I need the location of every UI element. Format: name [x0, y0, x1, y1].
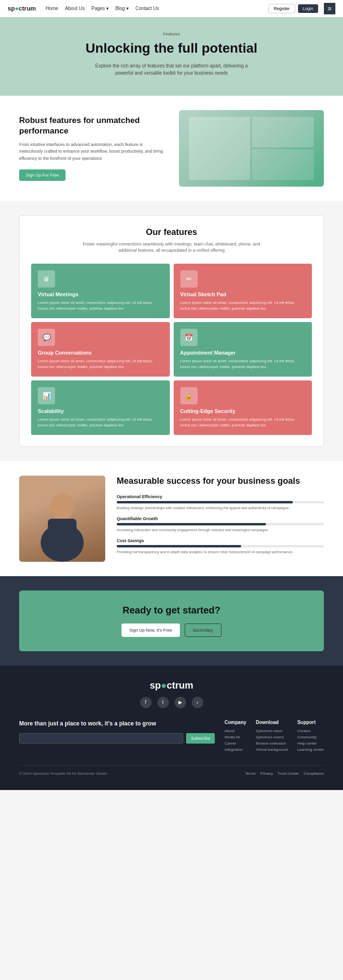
- metric-bar-fill-0: [117, 501, 293, 503]
- feature-desc-0: Lorem ipsum dolor sit amet, consectetur …: [38, 300, 163, 312]
- metric-item-0: Operational Efficiency Building strategi…: [117, 494, 324, 511]
- footer-main: More than just a place to work, it's a p…: [19, 720, 324, 754]
- register-button[interactable]: Register: [268, 4, 295, 13]
- footer-link-1-2[interactable]: Browse extension: [256, 741, 288, 746]
- image-grid: [186, 114, 317, 183]
- hamburger-button[interactable]: ≡: [324, 3, 335, 14]
- feature-name-3: Appointment Manager: [180, 350, 306, 356]
- social-icon-3[interactable]: ♪: [192, 697, 203, 708]
- footer-link-2-2[interactable]: Help center: [297, 741, 324, 746]
- robust-title: Robust features for unmatched performanc…: [19, 115, 165, 136]
- footer-col-heading-2: Support: [297, 720, 324, 725]
- cta-section: Ready to get started? Sign Up Now, It's …: [0, 576, 343, 666]
- footer-link-2-3[interactable]: Learning center: [297, 747, 324, 752]
- feature-card-0: 🖥 Virtual Meetings Lorem ipsum dolor sit…: [31, 264, 170, 318]
- footer-cols: CompanyAboutMedia kitCareerIntegrationDo…: [224, 720, 324, 754]
- cta-buttons: Sign Up Now, It's Free Secondary: [33, 624, 310, 637]
- nav-about[interactable]: About Us: [65, 6, 85, 11]
- metric-bar-bg-1: [117, 523, 324, 525]
- feature-icon-4: 📊: [38, 387, 55, 404]
- footer-tagline: More than just a place to work, it's a p…: [19, 720, 215, 754]
- subscribe-button[interactable]: Subscribe: [186, 733, 215, 744]
- social-icon-1[interactable]: t: [157, 697, 169, 708]
- footer-link-0-1[interactable]: Media kit: [224, 735, 246, 739]
- nav-logo: sp●ctrum: [8, 5, 36, 12]
- signup-free-button[interactable]: Sign Up For Free: [19, 169, 66, 181]
- feature-name-4: Scalability: [38, 408, 163, 414]
- footer-bottom-link-1[interactable]: Privacy: [260, 771, 273, 776]
- metric-desc-2: Providing full transparency and in-depth…: [117, 549, 324, 555]
- cta-secondary-button[interactable]: Secondary: [185, 624, 221, 637]
- footer-link-2-0[interactable]: Contact: [297, 729, 324, 733]
- feature-name-5: Cutting-Edge Security: [180, 408, 306, 414]
- feature-icon-1: ✏: [180, 270, 198, 288]
- hero-subtitle: Explore the rich array of features that …: [90, 62, 253, 77]
- hero-tag: Features: [29, 32, 314, 36]
- footer-email-input[interactable]: [19, 733, 183, 744]
- svg-rect-2: [48, 519, 77, 547]
- feature-name-1: Virtual Sketch Pad: [180, 291, 306, 297]
- metric-item-2: Cost Savings Providing full transparency…: [117, 538, 324, 555]
- footer-link-0-3[interactable]: Integration: [224, 747, 246, 752]
- social-icon-2[interactable]: ▶: [175, 697, 186, 708]
- image-cell-2: [252, 117, 314, 147]
- footer-link-1-1[interactable]: Spectrum rooms: [256, 735, 288, 739]
- features-box: Our features Foster meaningful connectio…: [19, 215, 324, 447]
- cta-title: Ready to get started?: [33, 605, 310, 616]
- social-icon-0[interactable]: f: [140, 697, 152, 708]
- nav-blog[interactable]: Blog ▾: [115, 6, 129, 11]
- footer-bottom-link-0[interactable]: Terms: [245, 771, 256, 776]
- nav-pages[interactable]: Pages ▾: [91, 6, 109, 11]
- feature-icon-0: 🖥: [38, 270, 55, 288]
- navbar: sp●ctrum Home About Us Pages ▾ Blog ▾ Co…: [0, 0, 343, 17]
- nav-actions: Register Login ≡: [268, 3, 335, 14]
- feature-card-4: 📊 Scalability Lorem ipsum dolor sit amet…: [31, 380, 170, 435]
- footer-col-1: DownloadSpectrum clientSpectrum roomsBro…: [256, 720, 288, 754]
- cta-primary-button[interactable]: Sign Up Now, It's Free: [122, 624, 179, 637]
- footer-links: TermsPrivacyTrust CenterCompliance: [245, 771, 324, 776]
- footer-col-heading-0: Company: [224, 720, 246, 725]
- feature-name-2: Group Conversations: [38, 350, 163, 356]
- features-title: Our features: [31, 227, 312, 237]
- metric-label-2: Cost Savings: [117, 538, 324, 543]
- footer-bottom-link-2[interactable]: Trust Center: [278, 771, 299, 776]
- feature-desc-2: Lorem ipsum dolor sit amet, consectetur …: [38, 358, 163, 370]
- feature-card-2: 💬 Group Conversations Lorem ipsum dolor …: [31, 322, 170, 377]
- feature-card-5: 🔒 Cutting-Edge Security Lorem ipsum dolo…: [174, 380, 312, 435]
- footer-social: ft▶♪: [19, 697, 324, 708]
- footer-link-1-0[interactable]: Spectrum client: [256, 729, 288, 733]
- nav-home[interactable]: Home: [45, 6, 58, 11]
- footer-link-0-0[interactable]: About: [224, 729, 246, 733]
- robust-section: Robust features for unmatched performanc…: [0, 96, 343, 201]
- feature-icon-5: 🔒: [180, 387, 198, 404]
- measurable-section: Measurable success for your business goa…: [0, 461, 343, 576]
- feature-name-0: Virtual Meetings: [38, 291, 163, 297]
- footer-col-2: SupportContactCommunityHelp centerLearni…: [297, 720, 324, 754]
- footer-email-row: Subscribe: [19, 733, 215, 744]
- feature-desc-3: Lorem ipsum dolor sit amet, consectetur …: [180, 358, 306, 370]
- image-cell-1: [189, 117, 251, 180]
- person-silhouette: [19, 476, 105, 562]
- hero-title: Unlocking the full potential: [29, 40, 314, 56]
- feature-desc-4: Lorem ipsum dolor sit amet, consectetur …: [38, 417, 163, 428]
- footer-logo: sp●ctrum: [19, 680, 324, 691]
- measurable-title: Measurable success for your business goa…: [117, 476, 324, 487]
- svg-point-0: [50, 493, 74, 520]
- feature-desc-5: Lorem ipsum dolor sit amet, consectetur …: [180, 417, 306, 428]
- footer-copyright: © 2024 Spectrum Template Kit for Element…: [19, 771, 107, 776]
- nav-contact[interactable]: Contact Us: [135, 6, 159, 11]
- footer-link-1-3[interactable]: Virtual background: [256, 747, 288, 752]
- footer-link-2-1[interactable]: Community: [297, 735, 324, 739]
- measurable-image: [19, 476, 105, 562]
- feature-card-3: 📅 Appointment Manager Lorem ipsum dolor …: [174, 322, 312, 377]
- robust-image: [179, 110, 324, 187]
- footer-link-0-2[interactable]: Career: [224, 741, 246, 746]
- login-button[interactable]: Login: [298, 4, 318, 13]
- metric-item-1: Quantifiable Growth Increasing interacti…: [117, 516, 324, 533]
- footer-bottom-link-3[interactable]: Compliance: [304, 771, 324, 776]
- features-section: Our features Foster meaningful connectio…: [0, 201, 343, 461]
- metric-label-0: Operational Efficiency: [117, 494, 324, 499]
- metric-label-1: Quantifiable Growth: [117, 516, 324, 521]
- image-cell-3: [252, 149, 314, 180]
- robust-description: From intuitive interfaces to advanced au…: [19, 141, 165, 162]
